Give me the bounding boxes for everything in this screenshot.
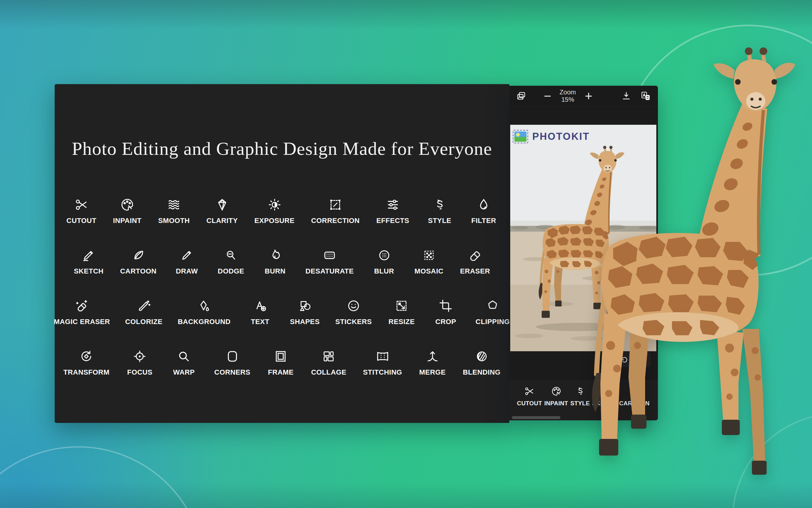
editor-tool-sketch[interactable]: SKETCH (592, 386, 617, 407)
tool-label: EFFECTS (376, 217, 409, 225)
tool-background[interactable]: BACKGROUND (179, 298, 230, 326)
tool-crop[interactable]: CROP (432, 298, 460, 326)
editor-topbar: − Zoom 15% + (509, 86, 658, 107)
flame-icon (268, 248, 282, 263)
tool-label: WARP (173, 368, 195, 377)
photo-canvas[interactable]: PHOTOKIT (510, 125, 656, 351)
tool-desaturate[interactable]: DESATURATE (305, 248, 353, 276)
tool-blending[interactable]: BLENDING (463, 349, 500, 377)
zoom-level: Zoom 15% (560, 89, 576, 103)
logo-selection-outline (513, 130, 528, 143)
correction-icon (328, 197, 343, 212)
tool-corners[interactable]: CORNERS (214, 349, 250, 377)
editor-tool-cutout[interactable]: CUTOUT (517, 386, 542, 407)
editor-toolbar-items: CUTOUTINPAINTSTYLESKETCHCARTOON (509, 379, 658, 407)
tool-label: FRAME (268, 368, 293, 377)
blending-icon (474, 349, 489, 364)
tool-label: CROP (435, 318, 456, 326)
zoom-out-button[interactable]: − (544, 91, 551, 101)
tool-label: FILTER (471, 217, 496, 225)
blur-icon (377, 248, 392, 263)
crop-icon (438, 298, 453, 313)
undo-icon (620, 355, 629, 364)
merge-icon (425, 349, 440, 364)
tool-frame[interactable]: FRAME (267, 349, 294, 377)
photo-viewer-icon[interactable] (516, 90, 527, 101)
collage-icon (321, 349, 336, 364)
tool-label: SKETCH (592, 400, 617, 407)
tool-label: RESIZE (388, 318, 415, 326)
tool-label: SKETCH (74, 267, 104, 276)
background-icon (197, 298, 211, 313)
tool-collage[interactable]: COLLAGE (311, 349, 346, 377)
tool-label: MERGE (419, 368, 446, 377)
toolbar-scrollbar[interactable] (512, 416, 560, 419)
tool-label: CLARITY (206, 217, 238, 225)
tool-warp[interactable]: WARP (170, 349, 198, 377)
tool-shapes[interactable]: SHAPES (291, 298, 319, 326)
tool-effects[interactable]: EFFECTS (376, 197, 409, 225)
tool-label: BACKGROUND (178, 318, 231, 326)
tool-eraser[interactable]: ERASER (460, 248, 490, 276)
tool-label: COLORIZE (125, 318, 162, 326)
waves-icon (166, 197, 181, 212)
tool-magic-eraser[interactable]: MAGIC ERASER (55, 298, 109, 326)
exposure-icon (267, 197, 282, 212)
undo-button[interactable] (616, 352, 632, 367)
stitching-icon (375, 349, 390, 364)
transform-icon (79, 349, 94, 364)
tool-correction[interactable]: CORRECTION (311, 197, 360, 225)
tool-label: STICKERS (335, 318, 372, 326)
tool-sketch[interactable]: SKETCH (74, 248, 104, 276)
download-icon[interactable] (621, 90, 632, 101)
page-title: Photo Editing and Graphic Design Made fo… (55, 138, 509, 159)
tool-blur[interactable]: BLUR (371, 248, 398, 276)
editor-tool-style[interactable]: STYLE (570, 386, 590, 407)
zoom-in-button[interactable]: + (585, 91, 592, 101)
tool-exposure[interactable]: EXPOSURE (254, 197, 294, 225)
tool-label: BLENDING (463, 368, 500, 377)
tool-label: MAGIC ERASER (54, 318, 110, 326)
photokit-logo: PHOTOKIT (513, 130, 590, 143)
tool-filter[interactable]: FILTER (470, 197, 497, 225)
tool-mosaic[interactable]: MOSAIC (415, 248, 443, 276)
editor-tool-cartoon[interactable]: CARTOON (619, 386, 650, 407)
photokit-logo-text: PHOTOKIT (532, 131, 590, 142)
tool-label: FOCUS (127, 368, 152, 377)
tool-inpaint[interactable]: INPAINT (113, 197, 142, 225)
tool-label: CORRECTION (311, 217, 360, 225)
desaturate-icon (322, 248, 337, 263)
tool-stitching[interactable]: STITCHING (363, 349, 402, 377)
tool-stickers[interactable]: STICKERS (336, 298, 372, 326)
tool-cutout[interactable]: CUTOUT (66, 197, 97, 225)
redo-button[interactable] (634, 352, 651, 367)
tool-focus[interactable]: FOCUS (126, 349, 153, 377)
tool-style[interactable]: STYLE (426, 197, 453, 225)
style-icon (432, 197, 447, 212)
tool-clarity[interactable]: CLARITY (206, 197, 238, 225)
tool-burn[interactable]: BURN (261, 248, 289, 276)
photokit-logo-icon (514, 131, 527, 142)
tool-colorize[interactable]: COLORIZE (126, 298, 162, 326)
decor-circle (732, 413, 812, 508)
giraffe-photo (510, 125, 656, 351)
translate-icon[interactable] (640, 90, 651, 101)
tool-dodge[interactable]: DODGE (217, 248, 245, 276)
droplet-icon (476, 197, 491, 212)
sketch-icon (81, 248, 96, 263)
tool-clipping[interactable]: CLIPPING (476, 298, 509, 326)
tool-text[interactable]: TEXT (246, 298, 274, 326)
tool-label: CLIPPING (476, 318, 510, 326)
tool-draw[interactable]: DRAW (173, 248, 200, 276)
tool-smooth[interactable]: SMOOTH (158, 197, 190, 225)
tool-resize[interactable]: RESIZE (388, 298, 415, 326)
magic-eraser-icon (75, 298, 89, 313)
decor-circle (0, 446, 205, 508)
tool-merge[interactable]: MERGE (419, 349, 446, 377)
tool-row: TRANSFORMFOCUSWARPCORNERSFRAMECOLLAGESTI… (55, 349, 509, 377)
tool-label: ERASER (460, 267, 490, 276)
scissors-icon (524, 386, 535, 397)
tool-transform[interactable]: TRANSFORM (63, 349, 109, 377)
tool-cartoon[interactable]: CARTOON (120, 248, 157, 276)
editor-tool-inpaint[interactable]: INPAINT (544, 386, 568, 407)
